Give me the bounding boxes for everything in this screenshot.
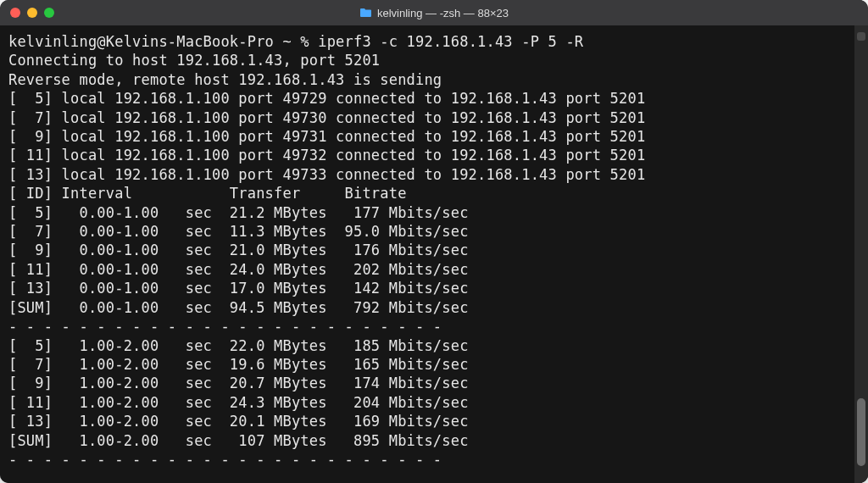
table-row: [ 13] 0.00-1.00 sec 17.0 MBytes 142 Mbit…	[8, 280, 469, 297]
table-row: [ 7] 0.00-1.00 sec 11.3 MBytes 95.0 Mbit…	[8, 223, 469, 240]
output-line: [ 5] local 192.168.1.100 port 49729 conn…	[8, 90, 645, 107]
output-line: Reverse mode, remote host 192.168.1.43 i…	[8, 71, 442, 88]
terminal-body[interactable]: kelvinling@Kelvins-MacBook-Pro ~ % iperf…	[0, 25, 868, 483]
output-line: [ 11] local 192.168.1.100 port 49732 con…	[8, 147, 645, 164]
table-row: [ 11] 0.00-1.00 sec 24.0 MBytes 202 Mbit…	[8, 261, 469, 278]
terminal-window: kelvinling — -zsh — 88×23 kelvinling@Kel…	[0, 0, 868, 483]
table-header: [ ID] Interval Transfer Bitrate	[8, 185, 407, 202]
table-row: [ 5] 1.00-2.00 sec 22.0 MBytes 185 Mbits…	[8, 337, 469, 354]
prompt-line: kelvinling@Kelvins-MacBook-Pro ~ % iperf…	[8, 33, 583, 50]
output-line: [ 7] local 192.168.1.100 port 49730 conn…	[8, 109, 645, 126]
output-line: Connecting to host 192.168.1.43, port 52…	[8, 52, 380, 69]
close-button[interactable]	[10, 8, 20, 18]
minimize-button[interactable]	[27, 8, 37, 18]
prompt-user-host: kelvinling@Kelvins-MacBook-Pro	[8, 33, 274, 50]
window-title: kelvinling — -zsh — 88×23	[0, 7, 868, 19]
table-row: [ 9] 0.00-1.00 sec 21.0 MBytes 176 Mbits…	[8, 242, 469, 258]
prompt-cwd: ~	[282, 33, 291, 50]
scrollbar-thumb[interactable]	[857, 398, 865, 466]
title-bar: kelvinling — -zsh — 88×23	[0, 0, 868, 25]
divider-line: - - - - - - - - - - - - - - - - - - - - …	[8, 451, 442, 468]
output-line: [ 13] local 192.168.1.100 port 49733 con…	[8, 166, 645, 183]
table-row-sum: [SUM] 1.00-2.00 sec 107 MBytes 895 Mbits…	[8, 432, 469, 449]
table-row: [ 11] 1.00-2.00 sec 24.3 MBytes 204 Mbit…	[8, 394, 469, 411]
table-row: [ 5] 0.00-1.00 sec 21.2 MBytes 177 Mbits…	[8, 204, 469, 221]
traffic-lights	[0, 8, 54, 18]
table-row: [ 13] 1.00-2.00 sec 20.1 MBytes 169 Mbit…	[8, 413, 469, 430]
table-row-sum: [SUM] 0.00-1.00 sec 94.5 MBytes 792 Mbit…	[8, 299, 469, 316]
prompt-command: iperf3 -c 192.168.1.43 -P 5 -R	[318, 33, 583, 50]
scrollbar-top-marker	[857, 32, 865, 41]
prompt-symbol: %	[300, 33, 309, 50]
window-title-text: kelvinling — -zsh — 88×23	[377, 7, 509, 19]
table-row: [ 7] 1.00-2.00 sec 19.6 MBytes 165 Mbits…	[8, 356, 469, 373]
table-row: [ 9] 1.00-2.00 sec 20.7 MBytes 174 Mbits…	[8, 375, 469, 391]
scrollbar-track[interactable]	[854, 25, 868, 483]
divider-line: - - - - - - - - - - - - - - - - - - - - …	[8, 318, 442, 335]
folder-icon	[359, 8, 372, 18]
maximize-button[interactable]	[44, 8, 54, 18]
output-line: [ 9] local 192.168.1.100 port 49731 conn…	[8, 128, 645, 145]
